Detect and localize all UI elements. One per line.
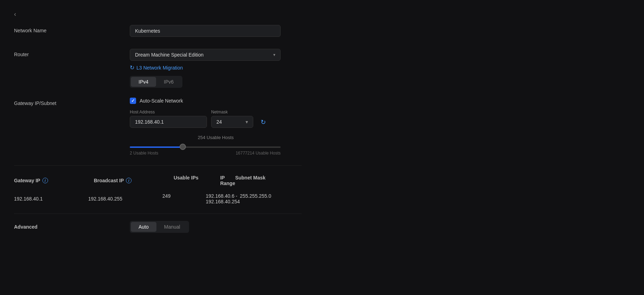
header-subnet-mask: Subnet Mask — [235, 175, 302, 186]
l3-migration-icon: ↻ — [130, 64, 134, 71]
advanced-row: Advanced Auto Manual — [14, 221, 302, 233]
cell-subnet-mask: 255.255.255.0 — [240, 193, 302, 204]
cell-gateway-ip: 192.168.40.1 — [14, 193, 88, 204]
refresh-button[interactable]: ↻ — [257, 117, 269, 128]
autoscale-checkbox[interactable] — [130, 98, 136, 104]
cell-broadcast-ip: 192.168.40.255 — [88, 193, 163, 204]
netmask-select[interactable]: 24 ▾ — [211, 116, 253, 128]
slider-max-label: 16777214 Usable Hosts — [236, 151, 281, 156]
slider-labels: 2 Usable Hosts 16777214 Usable Hosts — [130, 151, 281, 156]
advanced-mode-tabs: Auto Manual — [130, 221, 189, 233]
gateway-ip-info-icon[interactable]: i — [42, 178, 48, 183]
host-address-label: Host Address — [130, 110, 207, 114]
header-gateway-ip: Gateway IP i — [14, 175, 94, 186]
netmask-value: 24 — [216, 119, 222, 125]
header-ip-range: IP Range — [220, 175, 235, 186]
cell-usable-ips: 249 — [162, 193, 206, 204]
host-netmask-row: Host Address Netmask 24 ▾ ↻ — [130, 110, 302, 128]
advanced-label: Advanced — [14, 224, 130, 230]
router-select-value: Dream Machine Special Edition — [135, 52, 203, 58]
router-control: Dream Machine Special Edition ▾ ↻ L3 Net… — [130, 49, 302, 88]
slider-track — [130, 146, 281, 148]
gateway-label: Gateway IP/Subnet — [14, 98, 130, 106]
gateway-controls: Auto-Scale Network Host Address Netmask … — [130, 98, 302, 156]
router-select[interactable]: Dream Machine Special Edition ▾ — [130, 49, 281, 61]
back-chevron-icon: ‹ — [14, 11, 16, 18]
back-button[interactable]: ‹ — [14, 11, 302, 18]
l3-migration-label: L3 Network Migration — [136, 65, 183, 71]
slider-fill — [130, 146, 183, 148]
router-row: Router Dream Machine Special Edition ▾ ↻… — [14, 49, 302, 88]
tab-ipv6[interactable]: IPv6 — [156, 77, 181, 87]
info-table-header: Gateway IP i Broadcast IP i Usable IPs I… — [14, 171, 302, 190]
host-address-input[interactable] — [130, 116, 207, 128]
autoscale-row: Auto-Scale Network — [130, 98, 302, 104]
gateway-row: Gateway IP/Subnet Auto-Scale Network Hos… — [14, 98, 302, 156]
broadcast-ip-info-icon[interactable]: i — [126, 178, 132, 183]
header-usable-ips: Usable IPs — [174, 175, 220, 186]
network-name-row: Network Name — [14, 25, 302, 39]
refresh-icon: ↻ — [261, 118, 266, 126]
router-chevron-icon: ▾ — [273, 52, 275, 57]
cell-ip-range: 192.168.40.6 - 192.168.40.254 — [206, 193, 240, 204]
network-name-label: Network Name — [14, 25, 130, 33]
network-name-control — [130, 25, 302, 37]
slider-thumb[interactable] — [180, 144, 186, 150]
tab-ipv4[interactable]: IPv4 — [131, 77, 156, 87]
router-label: Router — [14, 49, 130, 57]
info-table: Gateway IP i Broadcast IP i Usable IPs I… — [14, 165, 302, 214]
netmask-group: Netmask 24 ▾ — [211, 110, 253, 128]
header-broadcast-ip: Broadcast IP i — [94, 175, 173, 186]
tab-auto[interactable]: Auto — [131, 222, 156, 232]
usable-hosts-label: 254 Usable Hosts — [130, 135, 302, 140]
network-name-input[interactable] — [130, 25, 281, 37]
slider-min-label: 2 Usable Hosts — [130, 151, 158, 156]
ip-version-tabs: IPv4 IPv6 — [130, 76, 182, 88]
info-table-row: 192.168.40.1 192.168.40.255 249 192.168.… — [14, 190, 302, 208]
netmask-chevron-icon: ▾ — [246, 119, 248, 125]
netmask-label: Netmask — [211, 110, 253, 114]
host-address-group: Host Address — [130, 110, 207, 128]
l3-migration-link[interactable]: ↻ L3 Network Migration — [130, 64, 302, 71]
autoscale-label: Auto-Scale Network — [140, 98, 183, 104]
tab-manual[interactable]: Manual — [156, 222, 188, 232]
usable-hosts-slider[interactable]: 2 Usable Hosts 16777214 Usable Hosts — [130, 146, 281, 156]
